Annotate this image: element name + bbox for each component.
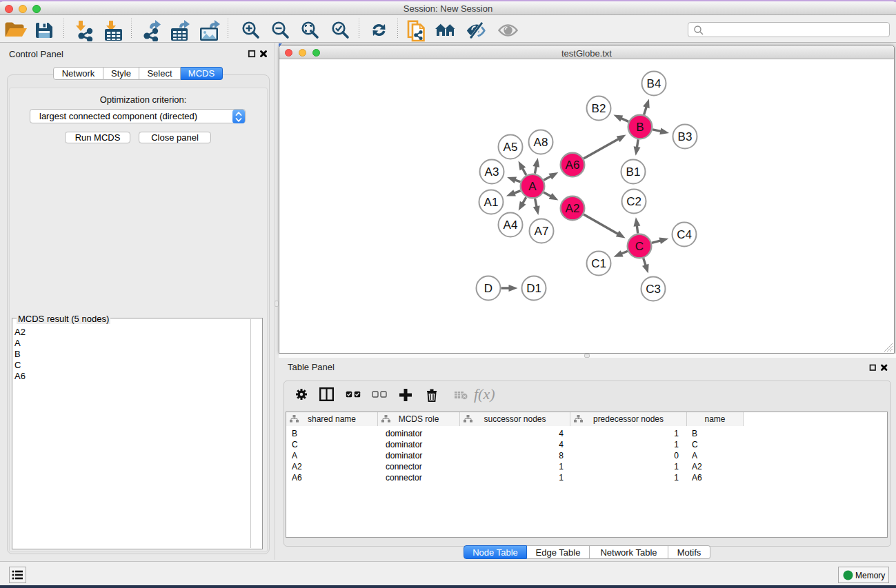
svg-text:B4: B4 xyxy=(647,77,661,90)
svg-text:A6: A6 xyxy=(566,159,580,172)
svg-text:A1: A1 xyxy=(484,196,499,209)
svg-text:B3: B3 xyxy=(678,130,693,143)
svg-text:A8: A8 xyxy=(534,136,548,149)
svg-text:B1: B1 xyxy=(626,165,641,179)
svg-text:D: D xyxy=(484,282,492,295)
svg-text:C: C xyxy=(635,240,644,253)
svg-text:C3: C3 xyxy=(646,283,661,296)
svg-text:A7: A7 xyxy=(535,225,549,238)
svg-text:D1: D1 xyxy=(526,282,541,295)
svg-text:A4: A4 xyxy=(504,219,518,232)
svg-text:A3: A3 xyxy=(485,165,499,179)
svg-text:A: A xyxy=(528,180,537,193)
svg-text:C1: C1 xyxy=(591,257,606,270)
svg-text:C2: C2 xyxy=(626,195,641,208)
svg-text:A2: A2 xyxy=(566,202,580,215)
svg-text:B: B xyxy=(636,121,644,134)
svg-text:A5: A5 xyxy=(504,141,518,154)
svg-text:B2: B2 xyxy=(592,102,606,115)
svg-text:C4: C4 xyxy=(677,228,692,241)
